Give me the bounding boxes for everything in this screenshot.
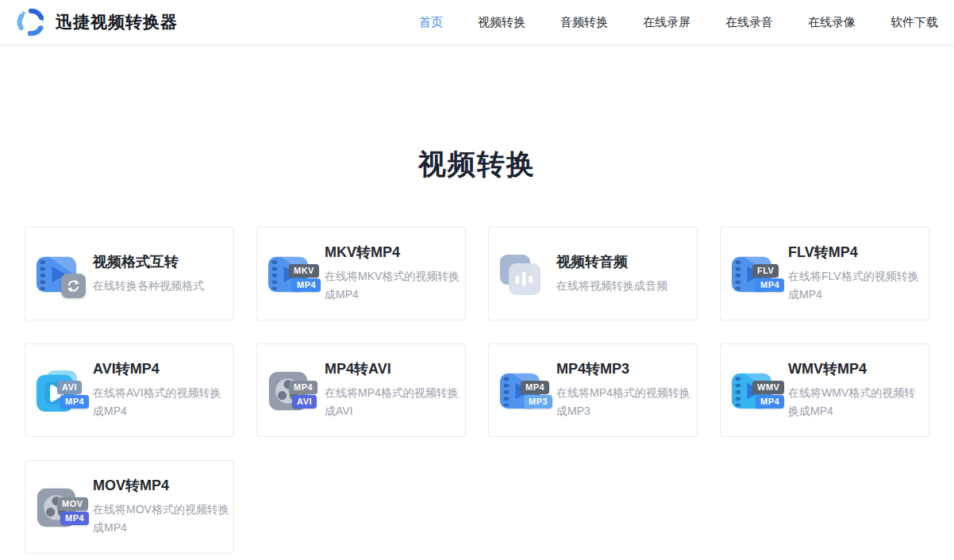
play-cyan-icon: AVI MP4 xyxy=(36,368,81,413)
nav-item-audio-convert[interactable]: 音频转换 xyxy=(560,15,608,30)
format-badge: AVI xyxy=(292,395,317,408)
card-desc: 在线将MP4格式的视频转换成AVI xyxy=(325,384,461,420)
card-title: 视频格式互转 xyxy=(93,253,229,270)
card-mp4-to-avi[interactable]: MP4 AVI MP4转AVI 在线将MP4格式的视频转换成AVI xyxy=(256,343,466,437)
brand-logo-icon xyxy=(16,7,46,37)
feature-card-grid: 视频格式互转 在线转换各种视频格式 MKV MP4 MKV转MP4 在线将MKV… xyxy=(25,227,929,554)
format-badge: MP4 xyxy=(756,278,784,292)
page-title: 视频转换 xyxy=(0,145,954,183)
card-title: WMV转MP4 xyxy=(788,360,925,378)
format-badge: MOV xyxy=(57,497,88,511)
format-badge: MP3 xyxy=(524,395,552,408)
format-badge: MP4 xyxy=(60,395,89,408)
format-badge: MP4 xyxy=(60,512,89,525)
brand-logo[interactable]: 迅捷视频转换器 xyxy=(16,7,178,37)
reel-icon: MOV MP4 xyxy=(36,485,81,530)
card-title: 视频转音频 xyxy=(556,253,693,270)
card-desc: 在线将MOV格式的视频转换成MP4 xyxy=(93,501,229,537)
film-icon: FLV MP4 xyxy=(731,251,776,297)
card-desc: 在线将视频转换成音频 xyxy=(556,277,693,295)
format-badge: MKV xyxy=(289,264,319,278)
nav-item-video-convert[interactable]: 视频转换 xyxy=(478,15,525,30)
nav-item-software-download[interactable]: 软件下载 xyxy=(891,15,938,30)
card-flv-to-mp4[interactable]: FLV MP4 FLV转MP4 在线将FLV格式的视频转换成MP4 xyxy=(720,227,929,320)
film-icon: MKV MP4 xyxy=(267,251,313,297)
format-badge: FLV xyxy=(752,264,779,278)
card-wmv-to-mp4[interactable]: WMV MP4 WMV转MP4 在线将WMV格式的视频转换成MP4 xyxy=(720,343,929,437)
brand-title: 迅捷视频转换器 xyxy=(56,11,178,33)
card-title: AVI转MP4 xyxy=(93,360,229,378)
format-badge: AVI xyxy=(57,381,82,394)
format-badge: MP4 xyxy=(756,395,784,408)
format-badge: MP4 xyxy=(292,278,321,292)
card-desc: 在线将FLV格式的视频转换成MP4 xyxy=(788,267,925,304)
main-content: 视频转换 视频格式互转 在线转换各种视频格式 MKV MP4 MKV转MP4 xyxy=(0,45,954,554)
film-icon: MP4 MP3 xyxy=(499,368,544,413)
audio-icon xyxy=(499,251,544,297)
nav-item-home[interactable]: 首页 xyxy=(419,15,443,30)
card-desc: 在线将AVI格式的视频转换成MP4 xyxy=(93,384,229,420)
format-badge: MP4 xyxy=(521,381,549,394)
format-badge: WMV xyxy=(752,381,784,394)
nav-item-screen-record[interactable]: 在线录屏 xyxy=(643,15,690,30)
card-title: MKV转MP4 xyxy=(325,244,461,261)
card-mov-to-mp4[interactable]: MOV MP4 MOV转MP4 在线将MOV格式的视频转换成MP4 xyxy=(25,460,234,554)
card-desc: 在线转换各种视频格式 xyxy=(93,277,229,295)
reel-icon: MP4 AVI xyxy=(267,368,313,413)
card-mp4-to-mp3[interactable]: MP4 MP3 MP4转MP3 在线将MP4格式的视频转换成MP3 xyxy=(488,343,698,437)
nav-item-audio-record[interactable]: 在线录音 xyxy=(725,15,773,30)
nav-item-camera-record[interactable]: 在线录像 xyxy=(808,15,856,30)
film-sync-icon xyxy=(36,251,81,297)
card-desc: 在线将MKV格式的视频转换成MP4 xyxy=(325,267,461,304)
main-nav: 首页 视频转换 音频转换 在线录屏 在线录音 在线录像 软件下载 xyxy=(419,15,938,30)
card-title: MP4转AVI xyxy=(325,360,461,378)
card-desc: 在线将WMV格式的视频转换成MP4 xyxy=(788,384,925,420)
card-video-to-audio[interactable]: 视频转音频 在线将视频转换成音频 xyxy=(488,227,698,320)
format-badge: MP4 xyxy=(289,381,317,394)
card-video-format-convert[interactable]: 视频格式互转 在线转换各种视频格式 xyxy=(25,227,234,320)
card-avi-to-mp4[interactable]: AVI MP4 AVI转MP4 在线将AVI格式的视频转换成MP4 xyxy=(25,343,234,437)
card-desc: 在线将MP4格式的视频转换成MP3 xyxy=(556,384,693,420)
header: 迅捷视频转换器 首页 视频转换 音频转换 在线录屏 在线录音 在线录像 软件下载 xyxy=(0,0,954,45)
card-title: MOV转MP4 xyxy=(93,477,229,494)
card-title: MP4转MP3 xyxy=(556,360,693,378)
card-title: FLV转MP4 xyxy=(788,244,925,261)
film-cyan-icon: WMV MP4 xyxy=(731,368,776,413)
sync-arrows-icon xyxy=(61,274,86,298)
card-mkv-to-mp4[interactable]: MKV MP4 MKV转MP4 在线将MKV格式的视频转换成MP4 xyxy=(256,227,466,320)
